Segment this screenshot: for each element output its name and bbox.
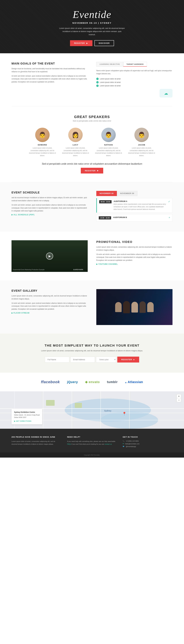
check-circle-icon: ✓ — [168, 200, 170, 203]
launch-register-button[interactable]: REGISTER ► — [117, 356, 139, 362]
brand-atlassian: ▲ Atlassian — [125, 380, 143, 384]
speaker-name-nathan: NATHAN — [95, 144, 122, 146]
footer-faq-link[interactable]: FAQs — [67, 443, 71, 445]
goals-section: MAIN GOALS OF THE EVENT Design must be f… — [0, 53, 184, 106]
schedule-time-2: 14:00 - 16:00 — [99, 216, 111, 220]
footer-contact-link[interactable]: contact us — [105, 443, 112, 445]
full-name-input[interactable] — [45, 356, 69, 362]
video-aardvark-label: AARDVARK — [73, 269, 83, 270]
schedule-desc-1: sed do eiusmod tempor incididunt ut labo… — [12, 196, 88, 202]
youtube-channel-link[interactable]: ▶ YOUTUBE CHANNEL — [96, 263, 172, 265]
schedule-desc-2: Ut enim ad minim veniam, quis nostrud ex… — [12, 204, 88, 212]
arrow-icon-3: ▶ — [96, 263, 98, 265]
gallery-desc-1: Lorem ipsum dolor sit amet, consectetur … — [12, 294, 88, 300]
map-pin: 📍 — [122, 412, 126, 416]
tab-learning-objective[interactable]: LEARNING OBJECTIVE — [96, 62, 123, 67]
schedule-pdf-link[interactable]: ▶ ALL SCHEDULE (PDF) — [12, 214, 88, 216]
phone-icon: 📞 — [123, 440, 125, 442]
hero-logo: Eventide — [73, 8, 111, 20]
footer-col-1: 203 People Have Signed In Since June Lor… — [12, 436, 61, 448]
tab-november-08[interactable]: NOVEMBER 08 — [96, 191, 117, 196]
hero-discover-button[interactable]: DISCOVER — [94, 40, 114, 46]
person-silhouette-2 — [123, 301, 130, 313]
check-list: ✓ Lorem ipsum dolor sit amet ✓ Lorem ips… — [96, 77, 172, 88]
map-address: Glebe Island - 41 James Craig RoadGlebe … — [14, 414, 40, 419]
email-icon: ✉ — [123, 443, 124, 445]
tab-content-description: Nemo enim ipsam voluptatem quia voluptas… — [96, 69, 172, 75]
speakers-register-button[interactable]: REGISTER ► — [81, 168, 103, 174]
email-input[interactable] — [70, 356, 95, 362]
get-directions-link[interactable]: ▶ GET DIRECTIONS — [14, 420, 40, 422]
speaker-card-nathan: 👨 NATHAN Lorem ipsum dolor sit amet, con… — [95, 128, 122, 157]
arrow-right-icon-2: ► — [97, 169, 99, 172]
schedule-right: NOVEMBER 08 NOVEMBER 09 09:00 - 10:05 AU… — [96, 191, 172, 223]
person-silhouette-4 — [139, 301, 146, 313]
video-thumbnail[interactable]: ▶ Experiential Event Marketing Productio… — [12, 240, 88, 272]
schedule-room-2: AUDITORIUM B — [113, 216, 167, 218]
arrow-right-icon: ► — [86, 42, 88, 44]
brand-tumblr: tumblr — [107, 380, 118, 384]
footer-title-3: Get In Touch — [123, 436, 172, 438]
check-list-item-3: ✓ Lorem ipsum dolor sit amet — [96, 84, 172, 88]
launch-description: Lorem ipsum dolor sit amet, consectetur … — [12, 349, 172, 352]
launch-section: THE MOST SIMPLIEST WAY TO LAUNCH YOUR EV… — [0, 334, 184, 372]
svg-text:Sydney: Sydney — [104, 410, 111, 412]
svg-rect-12 — [75, 403, 82, 408]
speaker-avatar-lucy: 👩 — [68, 128, 83, 142]
gallery-section: EVENT GALLERY Lorem ipsum dolor sit amet… — [0, 280, 184, 334]
launch-form: Select plan REGISTER ► — [12, 356, 172, 362]
hero-description: Lorem ipsum dolor sit amet, consectetur … — [59, 27, 125, 36]
cloud-illustration: ☁ — [159, 89, 172, 98]
brand-facebook: ffacebook — [41, 380, 60, 384]
speaker-bio-nathan: Lorem ipsum dolor sit amet, consectetur … — [95, 147, 122, 157]
schedule-time-1: 09:00 - 10:05 — [99, 200, 112, 203]
schedule-item-1: 09:00 - 10:05 AUDITORIUM A Anim pariatur… — [96, 198, 172, 213]
video-heading: PROMOTIONAL VIDEO — [96, 240, 172, 244]
goals-main-desc: Design must be functional, and functiona… — [12, 67, 88, 73]
speaker-bio-jacob: Lorem ipsum dolor sit amet, consectetur … — [128, 147, 155, 157]
expand-icon[interactable]: + — [169, 216, 170, 219]
speaker-name-jacob: JACOB — [128, 144, 155, 146]
video-caption-text: Experiential Event Marketing Production … — [13, 269, 45, 270]
play-button[interactable]: ▶ — [46, 252, 53, 260]
arrow-icon: ▶ — [12, 214, 13, 216]
schedule-room-1: AUDITORIUM A — [114, 200, 166, 202]
video-info: PROMOTIONAL VIDEO Lorem ipsum dolor sit … — [96, 240, 172, 265]
plan-select[interactable]: Select plan — [96, 356, 116, 362]
zoom-in-button[interactable]: + — [177, 394, 181, 398]
check-icon-2: ✓ — [96, 81, 99, 84]
launch-heading: THE MOST SIMPLIEST WAY TO LAUNCH YOUR EV… — [12, 344, 172, 348]
speakers-cta-text: Sed ut perspiciatis unde omnis iste natu… — [42, 162, 142, 165]
goals-left: MAIN GOALS OF THE EVENT Design must be f… — [12, 62, 88, 98]
flickr-stream-link[interactable]: ▶ FLICKR STREAM — [12, 312, 88, 314]
zoom-out-button[interactable]: − — [177, 398, 181, 402]
hero-section: Eventide NOVEMBER 06-10 | SYDNEY Lorem i… — [0, 0, 184, 53]
gallery-heading: EVENT GALLERY — [12, 289, 88, 292]
check-icon-1: ✓ — [96, 78, 99, 80]
check-icon-3: ✓ — [96, 84, 99, 87]
gallery-image — [96, 289, 172, 325]
footer-col-3: Get In Touch 📞 +0 (000) 123 0001 ✉ hello… — [123, 436, 172, 448]
arrow-icon-4: ▶ — [12, 312, 13, 314]
map-zoom-controls[interactable]: + − — [177, 394, 181, 402]
tab-target-audience[interactable]: TARGET AUDIENCE — [123, 62, 147, 67]
arrow-icon-5: ▶ — [14, 420, 15, 422]
tab-november-09[interactable]: NOVEMBER 09 — [117, 191, 137, 196]
speaker-card-jacob: 👨 JACOB Lorem ipsum dolor sit amet, cons… — [128, 128, 155, 157]
video-section: ▶ Experiential Event Marketing Productio… — [0, 232, 184, 280]
hero-date: NOVEMBER 06-10 | SYDNEY — [72, 22, 112, 24]
person-silhouette-5 — [147, 302, 154, 312]
gallery-image-area — [96, 289, 172, 325]
footer-section: 203 People Have Signed In Since June Lor… — [0, 429, 184, 452]
footer-title-1: 203 People Have Signed In Since June — [12, 436, 61, 438]
twitter-icon: 🐦 — [123, 446, 125, 448]
footer-copyright: Copyright 2015 Eventide. — [0, 452, 184, 458]
video-desc-1: Lorem ipsum dolor sit amet, consectetur … — [96, 246, 172, 252]
map-section: Sydney Glebe 📍 Sydney Exhibition Centre … — [0, 391, 184, 429]
schedule-item-2: 14:00 - 16:00 AUDITORIUM B + — [96, 214, 172, 222]
map-info-box: Sydney Exhibition Centre Glebe Island - … — [12, 409, 42, 424]
schedule-left: EVENT SCHEDULE sed do eiusmod tempor inc… — [12, 191, 88, 223]
gallery-desc-2: Ut enim ad minim veniam, quis nostrud ex… — [12, 302, 88, 310]
hero-register-button[interactable]: REGISTER ► — [70, 40, 92, 46]
speaker-card-lucy: 👩 LUCY Lorem ipsum dolor sit amet, conse… — [62, 128, 89, 157]
